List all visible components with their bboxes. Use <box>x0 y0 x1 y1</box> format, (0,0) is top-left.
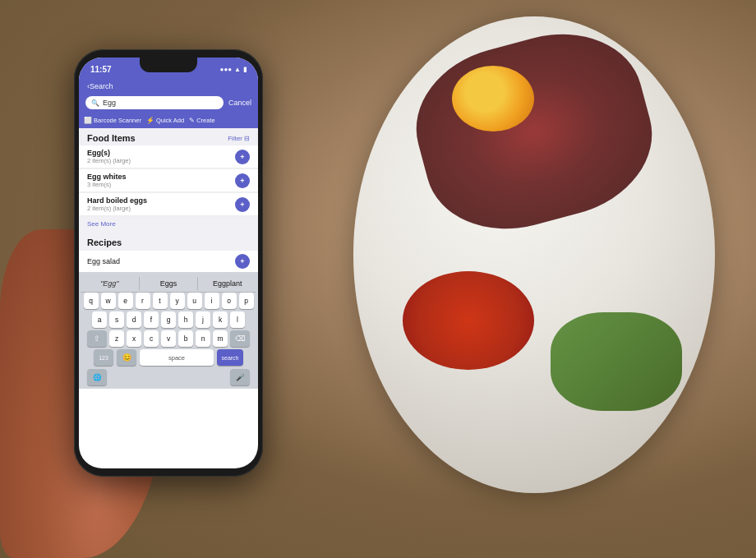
key-b[interactable]: b <box>178 330 193 347</box>
back-label: Search <box>90 82 113 90</box>
add-food-button-3[interactable]: + <box>235 197 250 212</box>
key-a[interactable]: a <box>92 311 107 328</box>
plate <box>353 16 715 493</box>
cancel-button[interactable]: Cancel <box>228 99 251 107</box>
content-area: Food Items Filter ⊟ Egg(s) 2 item(s) (la… <box>79 128 258 272</box>
key-h[interactable]: h <box>178 311 193 328</box>
status-icons: ●●● ▲ ▮ <box>220 66 247 73</box>
keyboard-row-bottom: 123 😊 space search <box>81 349 256 366</box>
key-f[interactable]: f <box>144 311 159 328</box>
food-item-desc: 2 item(s) (large) <box>87 205 147 212</box>
key-o[interactable]: o <box>222 293 237 309</box>
back-bar[interactable]: ‹ Search <box>79 81 258 94</box>
key-v[interactable]: v <box>161 330 176 347</box>
key-g[interactable]: g <box>161 311 176 328</box>
food-item-info: Hard boiled eggs 2 item(s) (large) <box>87 196 147 212</box>
see-more-button[interactable]: See More <box>79 217 258 231</box>
key-t[interactable]: t <box>153 293 168 309</box>
key-u[interactable]: u <box>187 293 202 309</box>
create-label: Create <box>196 117 215 124</box>
key-x[interactable]: x <box>127 330 141 347</box>
autocomplete-item-egg[interactable]: "Egg" <box>81 277 140 290</box>
key-e[interactable]: e <box>118 293 133 309</box>
food-section-header: Food Items Filter ⊟ <box>79 128 258 145</box>
quick-add-label: Quick Add <box>156 117 184 124</box>
search-input[interactable]: Egg <box>103 99 116 107</box>
food-item-name: Egg(s) <box>87 149 131 157</box>
add-icon: + <box>240 201 244 209</box>
keyboard: "Egg" Eggs Eggplant q w e r t y u i o p … <box>79 272 258 389</box>
recipes-title: Recipes <box>87 237 122 247</box>
battery-icon: ▮ <box>243 66 247 73</box>
create-button[interactable]: ✎ Create <box>189 117 215 124</box>
signal-icon: ●●● <box>220 66 233 73</box>
barcode-label: Barcode Scanner <box>94 117 141 124</box>
keyboard-row-1: q w e r t y u i o p <box>81 293 256 309</box>
action-bar: ⬜ Barcode Scanner ⚡ Quick Add ✎ Create <box>79 114 258 128</box>
food-item-name: Egg whites <box>87 173 127 181</box>
key-k[interactable]: k <box>213 311 228 328</box>
space-key[interactable]: space <box>140 349 214 366</box>
filter-label: Filter <box>228 135 242 142</box>
key-s[interactable]: s <box>109 311 124 328</box>
add-icon: + <box>240 177 244 185</box>
shift-key[interactable]: ⇧ <box>87 330 107 347</box>
create-icon: ✎ <box>189 117 195 124</box>
quick-add-icon: ⚡ <box>146 117 154 124</box>
emoji-key[interactable]: 😊 <box>117 349 136 366</box>
add-food-button-2[interactable]: + <box>235 173 250 188</box>
barcode-scanner-button[interactable]: ⬜ Barcode Scanner <box>84 117 141 124</box>
add-food-button-1[interactable]: + <box>235 150 250 164</box>
filter-button[interactable]: Filter ⊟ <box>228 135 250 142</box>
key-p[interactable]: p <box>239 293 254 309</box>
key-n[interactable]: n <box>196 330 210 347</box>
key-y[interactable]: y <box>170 293 185 309</box>
autocomplete-item-eggs[interactable]: Eggs <box>140 277 199 290</box>
keyboard-row-3: ⇧ z x c v b n m ⌫ <box>81 330 256 347</box>
key-m[interactable]: m <box>213 330 228 347</box>
key-l[interactable]: l <box>230 311 245 328</box>
add-icon: + <box>240 257 244 265</box>
food-avocado <box>551 312 682 411</box>
food-item-row[interactable]: Hard boiled eggs 2 item(s) (large) + <box>79 193 258 216</box>
autocomplete-item-eggplant[interactable]: Eggplant <box>198 277 256 290</box>
food-item-desc: 3 item(s) <box>87 181 127 188</box>
food-item-info: Egg(s) 2 item(s) (large) <box>87 149 131 164</box>
food-item-info: Egg whites 3 item(s) <box>87 173 127 188</box>
phone: 11:57 ●●● ▲ ▮ ‹ Search 🔍 Egg Cancel ⬜ Ba… <box>74 49 263 477</box>
notch <box>140 58 197 72</box>
backspace-key[interactable]: ⌫ <box>230 330 250 347</box>
key-w[interactable]: w <box>101 293 116 309</box>
key-i[interactable]: i <box>205 293 219 309</box>
food-item-desc: 2 item(s) (large) <box>87 157 131 164</box>
phone-screen: 11:57 ●●● ▲ ▮ ‹ Search 🔍 Egg Cancel ⬜ Ba… <box>79 58 258 468</box>
numbers-key[interactable]: 123 <box>94 349 113 366</box>
keyboard-row-2: a s d f g h j k l <box>81 311 256 328</box>
food-item-name: Hard boiled eggs <box>87 196 147 205</box>
recipe-row[interactable]: Egg salad + <box>79 251 258 272</box>
food-item-row[interactable]: Egg whites 3 item(s) + <box>79 169 258 192</box>
recipes-header: Recipes <box>79 231 258 251</box>
recipe-name: Egg salad <box>87 257 120 265</box>
key-z[interactable]: z <box>109 330 124 347</box>
status-time: 11:57 <box>90 65 112 74</box>
key-j[interactable]: j <box>196 311 210 328</box>
key-d[interactable]: d <box>127 311 141 328</box>
quick-add-button[interactable]: ⚡ Quick Add <box>146 117 184 124</box>
search-bar-container: 🔍 Egg Cancel <box>79 94 258 114</box>
globe-key[interactable]: 🌐 <box>87 369 107 385</box>
search-key[interactable]: search <box>217 349 243 366</box>
key-c[interactable]: c <box>144 330 159 347</box>
add-recipe-button[interactable]: + <box>235 254 250 269</box>
wifi-icon: ▲ <box>234 66 241 73</box>
key-r[interactable]: r <box>136 293 150 309</box>
search-input-box[interactable]: 🔍 Egg <box>85 96 224 109</box>
filter-icon: ⊟ <box>244 135 250 142</box>
mic-key[interactable]: 🎤 <box>230 369 250 385</box>
add-icon: + <box>240 153 244 161</box>
food-tomatoes <box>403 271 534 370</box>
barcode-icon: ⬜ <box>84 117 92 124</box>
food-section-title: Food Items <box>87 133 136 143</box>
food-item-row[interactable]: Egg(s) 2 item(s) (large) + <box>79 145 258 168</box>
key-q[interactable]: q <box>84 293 99 309</box>
